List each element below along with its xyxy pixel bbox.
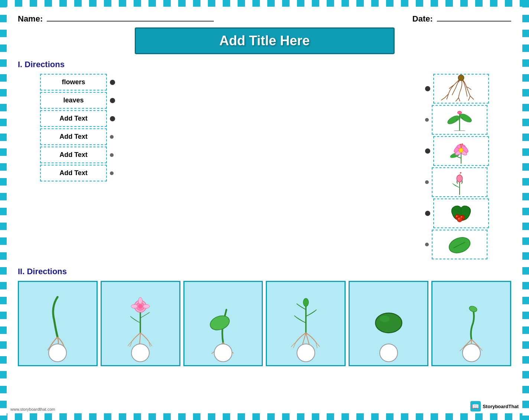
image-card-2	[101, 281, 180, 366]
term-row-6: Add Text	[40, 165, 115, 181]
svg-point-37	[138, 297, 143, 304]
img-container-1	[433, 74, 489, 104]
term-row-2: leaves	[40, 92, 115, 109]
border-left	[0, 0, 7, 420]
svg-point-26	[457, 217, 462, 222]
border-right	[522, 0, 529, 420]
date-line	[437, 21, 511, 22]
title-text: Add Title Here	[219, 33, 310, 48]
dot-right-1	[425, 86, 430, 91]
term-label-4: Add Text	[40, 128, 107, 145]
dot-left-6	[110, 171, 114, 175]
name-field: Name:	[18, 14, 214, 24]
image-row-4	[425, 167, 489, 197]
svg-point-19	[461, 144, 463, 145]
term-row-1: flowers	[40, 74, 115, 91]
img-container-5	[433, 198, 489, 228]
dot-right-5	[425, 211, 430, 216]
title-banner: Add Title Here	[135, 27, 395, 54]
svg-point-29	[458, 218, 460, 220]
image-card-1	[18, 281, 98, 366]
name-label: Name:	[18, 14, 43, 23]
bud-svg	[432, 168, 487, 197]
matching-section: flowers leaves Add Text Add Text Add Tex…	[18, 74, 511, 259]
svg-point-28	[461, 216, 462, 218]
date-field: Date:	[412, 14, 511, 24]
section2: II. Directions	[18, 267, 511, 366]
image-card-4	[266, 281, 346, 366]
term-label-1: flowers	[40, 74, 107, 91]
border-bottom	[0, 413, 529, 420]
circle-answer-5	[379, 344, 398, 362]
svg-point-21	[457, 175, 463, 182]
image-card-3	[183, 281, 263, 366]
circle-answer-1	[48, 344, 67, 362]
term-row-4: Add Text	[40, 128, 115, 145]
image-cards-row	[18, 281, 511, 366]
term-row-5: Add Text	[40, 147, 115, 163]
dot-left-1	[110, 80, 115, 85]
image-card-5	[349, 281, 428, 366]
img-container-4	[432, 167, 487, 197]
dot-left-5	[110, 153, 114, 157]
header-row: Name: Date:	[18, 14, 511, 24]
svg-point-43	[468, 305, 478, 313]
right-column	[425, 74, 489, 259]
svg-point-40	[303, 298, 308, 306]
date-label: Date:	[412, 14, 433, 23]
svg-point-18	[460, 144, 461, 145]
svg-point-35	[131, 304, 138, 308]
term-row-3: Add Text	[40, 110, 115, 127]
dot-right-3	[425, 148, 430, 154]
dot-right-4	[425, 180, 429, 184]
img-container-3	[433, 136, 489, 166]
svg-point-38	[208, 313, 231, 332]
dot-left-3	[110, 116, 115, 121]
left-column: flowers leaves Add Text Add Text Add Tex…	[40, 74, 115, 259]
term-label-6: Add Text	[40, 165, 107, 181]
circle-answer-3	[214, 344, 232, 362]
dot-left-4	[110, 135, 114, 139]
svg-point-36	[143, 304, 150, 308]
green-leaf-svg	[432, 230, 487, 259]
circle-answer-6	[462, 344, 481, 362]
image-row-5	[425, 198, 489, 228]
img-container-2	[432, 105, 487, 135]
svg-point-41	[375, 313, 402, 333]
section2-header: II. Directions	[18, 267, 511, 276]
circle-answer-4	[297, 344, 315, 362]
image-card-6	[431, 281, 511, 366]
footer-logo: 📖 StoryboardThat	[470, 401, 519, 411]
svg-point-4	[457, 111, 462, 114]
image-row-1	[425, 74, 489, 104]
image-row-2	[425, 105, 489, 135]
dot-right-2	[425, 118, 429, 122]
svg-point-23	[460, 172, 461, 174]
term-label-3: Add Text	[40, 110, 107, 127]
dot-right-6	[425, 243, 429, 246]
image-row-3	[425, 136, 489, 166]
svg-point-30	[447, 235, 472, 256]
holly-svg	[434, 199, 488, 228]
img-container-6	[432, 230, 487, 259]
logo-text: StoryboardThat	[483, 404, 519, 409]
seedling-svg	[432, 105, 487, 134]
pink-flower-svg	[434, 137, 488, 165]
dot-left-2	[110, 98, 115, 103]
border-top	[0, 0, 529, 7]
term-label-2: leaves	[40, 92, 107, 109]
name-line	[47, 21, 214, 22]
svg-point-42	[380, 315, 390, 322]
section1-header: I. Directions	[18, 60, 511, 69]
logo-icon: 📖	[470, 401, 481, 411]
svg-point-34	[138, 304, 143, 308]
svg-point-15	[459, 148, 463, 152]
image-row-6	[425, 230, 489, 259]
term-label-5: Add Text	[40, 147, 107, 163]
svg-point-27	[456, 216, 457, 217]
roots-svg	[434, 74, 488, 103]
circle-answer-2	[131, 344, 150, 362]
footer-url: www.storyboardthat.com	[10, 407, 55, 411]
